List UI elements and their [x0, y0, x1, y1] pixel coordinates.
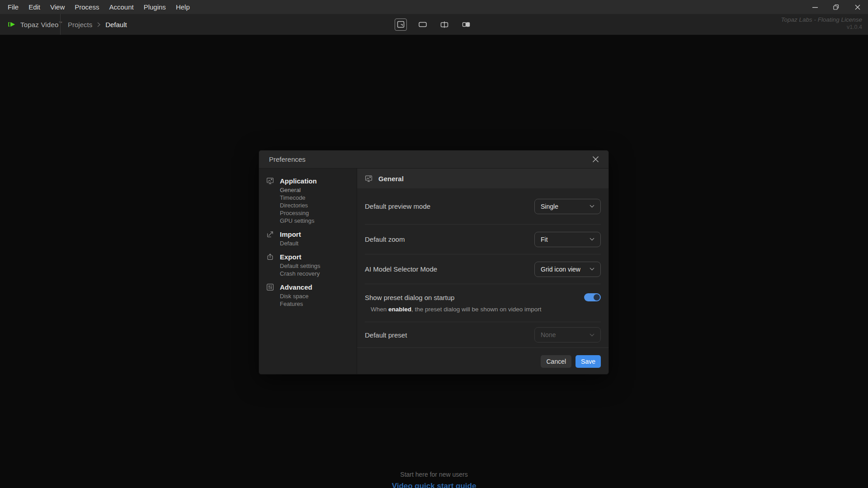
preferences-dialog: Preferences Application [259, 150, 609, 375]
sidebar-item-general[interactable]: General [280, 186, 357, 194]
setting-row-show-preset-dialog: Show preset dialog on startup When enabl… [365, 284, 601, 322]
dialog-header: Preferences [259, 150, 609, 169]
toggle-knob [594, 294, 600, 300]
app-logo: Topaz Video™ [7, 14, 62, 35]
license-type: Topaz Labs - Floating License [781, 16, 862, 23]
setting-label: AI Model Selector Mode [365, 265, 437, 273]
menu-process[interactable]: Process [70, 0, 104, 14]
sidebar-advanced-header[interactable]: Advanced [266, 283, 357, 292]
split-view-icon[interactable] [438, 19, 450, 31]
single-view-icon[interactable] [395, 19, 407, 31]
general-section-icon [365, 175, 373, 183]
setting-label: Default preview mode [365, 202, 430, 210]
setting-label: Show preset dialog on startup [365, 294, 454, 301]
title-bar: Topaz Video™ Projects Default [0, 14, 868, 35]
sidebar-item-features[interactable]: Features [280, 300, 357, 308]
quick-start-guide-link[interactable]: Video quick start guide [0, 482, 868, 488]
license-info: Topaz Labs - Floating License v1.0.4 [781, 16, 862, 31]
menu-bar: File Edit View Process Account Plugins H… [0, 0, 868, 14]
menu-account[interactable]: Account [104, 0, 138, 14]
setting-row-default-zoom: Default zoom Fit [365, 225, 601, 254]
sidebar-section-application: Application General Timecode Directories… [266, 177, 357, 225]
breadcrumb-default: Default [105, 21, 127, 28]
menu-plugins[interactable]: Plugins [139, 0, 171, 14]
preferences-sidebar: Application General Timecode Directories… [259, 169, 357, 374]
cancel-button[interactable]: Cancel [541, 355, 571, 368]
menu-edit[interactable]: Edit [24, 0, 45, 14]
sidebar-section-import: Import Default [266, 230, 357, 247]
preferences-content: General Default preview mode Single Defa… [357, 169, 609, 374]
titlebar-divider [60, 14, 61, 35]
close-icon[interactable] [847, 0, 868, 14]
ai-model-selector-mode-select[interactable]: Grid icon view [534, 262, 601, 277]
sidebar-import-header[interactable]: Import [266, 230, 357, 239]
sidebar-item-crash-recovery[interactable]: Crash recovery [280, 270, 357, 277]
side-by-side-view-icon[interactable] [460, 19, 472, 31]
export-icon [266, 253, 274, 261]
sidebar-item-gpu-settings[interactable]: GPU settings [280, 217, 357, 225]
content-title: General [378, 175, 404, 183]
sidebar-section-advanced: Advanced Disk space Features [266, 283, 357, 308]
sidebar-item-timecode[interactable]: Timecode [280, 194, 357, 202]
menu-file[interactable]: File [3, 0, 24, 14]
app-name: Topaz Video™ [20, 21, 62, 28]
advanced-icon [266, 283, 274, 291]
default-zoom-select[interactable]: Fit [534, 232, 601, 247]
window-controls [804, 0, 868, 14]
restore-icon[interactable] [826, 0, 847, 14]
breadcrumb-projects[interactable]: Projects [68, 21, 92, 28]
setting-label: Default preset [365, 331, 407, 339]
sidebar-section-export: Export Default settings Crash recovery [266, 253, 357, 277]
sidebar-item-directories[interactable]: Directories [280, 202, 357, 209]
application-icon [266, 177, 274, 185]
setting-row-default-preview-mode: Default preview mode Single [365, 188, 601, 225]
breadcrumb: Projects Default [68, 14, 127, 35]
app-version: v1.0.4 [781, 23, 862, 31]
setting-description: When enabled, the preset dialog will be … [365, 306, 601, 313]
chevron-down-icon [590, 267, 594, 271]
sidebar-item-import-default[interactable]: Default [280, 239, 357, 247]
sidebar-item-disk-space[interactable]: Disk space [280, 292, 357, 300]
save-button[interactable]: Save [576, 355, 601, 368]
default-preset-select: None [534, 327, 601, 343]
preview-mode-switcher [395, 14, 472, 35]
import-icon [266, 230, 274, 238]
new-user-hint: Start here for new users [0, 471, 868, 478]
sidebar-application-header[interactable]: Application [266, 177, 357, 186]
minimize-icon[interactable] [804, 0, 826, 14]
setting-row-default-preset: Default preset None [365, 322, 601, 347]
sidebar-export-header[interactable]: Export [266, 253, 357, 262]
chevron-right-icon [97, 22, 100, 27]
setting-label: Default zoom [365, 235, 405, 243]
dialog-close-icon[interactable] [590, 155, 600, 164]
setting-row-ai-model-selector-mode: AI Model Selector Mode Grid icon view [365, 254, 601, 284]
show-preset-dialog-toggle[interactable] [584, 293, 601, 301]
default-preview-mode-select[interactable]: Single [534, 199, 601, 214]
menu-view[interactable]: View [45, 0, 70, 14]
menu-help[interactable]: Help [171, 0, 195, 14]
dialog-footer: Cancel Save [357, 347, 609, 375]
full-view-icon[interactable] [416, 19, 429, 31]
chevron-down-icon [590, 238, 594, 241]
content-header: General [357, 169, 609, 188]
topaz-play-icon [7, 20, 16, 29]
dialog-title: Preferences [269, 155, 306, 163]
chevron-down-icon [590, 205, 594, 208]
sidebar-item-default-settings[interactable]: Default settings [280, 262, 357, 270]
sidebar-item-processing[interactable]: Processing [280, 209, 357, 217]
chevron-down-icon [590, 333, 594, 337]
